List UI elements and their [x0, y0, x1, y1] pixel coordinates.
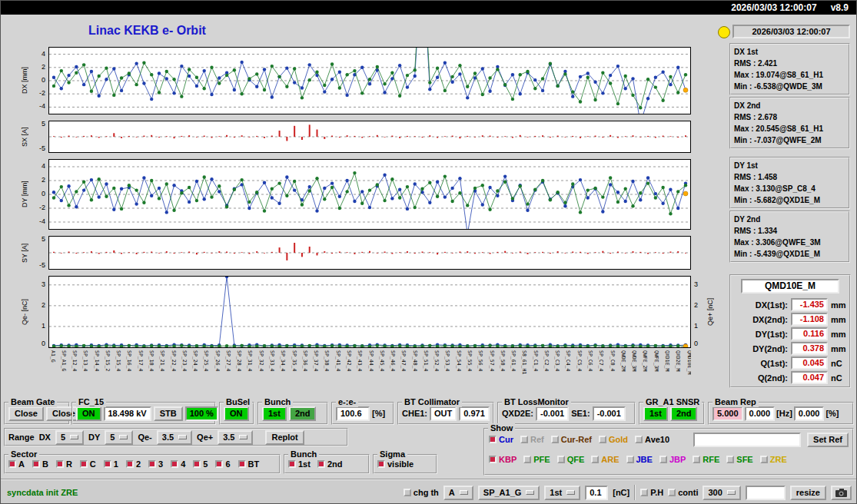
- range-qe-plus-select[interactable]: 3.5: [218, 430, 253, 445]
- show-ave10-checkbox[interactable]: Ave10: [635, 435, 669, 444]
- checkbox-indicator[interactable]: [591, 456, 599, 463]
- camera-button[interactable]: [831, 486, 852, 500]
- option-menu-icon: [566, 490, 575, 495]
- bunch-1st-checkbox[interactable]: 1st: [288, 459, 311, 469]
- sx-axis-label: SX [A]: [19, 121, 30, 153]
- sx-plot[interactable]: [48, 121, 691, 153]
- show-rfe-checkbox[interactable]: RFE: [693, 455, 719, 464]
- interval-select[interactable]: 300: [703, 486, 740, 500]
- checkbox-indicator[interactable]: [489, 436, 497, 443]
- bunch-order-select[interactable]: 1st: [544, 486, 580, 500]
- show-are-checkbox[interactable]: ARE: [591, 455, 619, 464]
- checkbox-indicator[interactable]: [760, 456, 768, 463]
- sector-5-checkbox[interactable]: 5: [193, 459, 208, 469]
- bunch-1st-button[interactable]: 1st: [262, 406, 287, 421]
- show-jbp-checkbox[interactable]: JBP: [659, 455, 686, 464]
- ref-file-input[interactable]: [693, 433, 801, 447]
- checkbox-label: C: [90, 459, 96, 469]
- checkbox-indicator[interactable]: [551, 436, 559, 443]
- checkbox-indicator[interactable]: [288, 460, 296, 468]
- range-dx-select[interactable]: 5: [55, 430, 84, 445]
- busel-on-button[interactable]: ON: [224, 406, 249, 421]
- checkbox-indicator[interactable]: [523, 456, 531, 463]
- show-ref-checkbox[interactable]: Ref: [520, 435, 544, 444]
- element-select[interactable]: SP_A1_G: [478, 486, 540, 500]
- show-kbp-checkbox[interactable]: KBP: [489, 455, 517, 464]
- checkbox-indicator[interactable]: [148, 460, 156, 468]
- checkbox-indicator[interactable]: [626, 456, 634, 463]
- sigma-visible-checkbox[interactable]: visible: [377, 459, 414, 469]
- checkbox-indicator[interactable]: [726, 456, 734, 463]
- checkbox-indicator[interactable]: [635, 436, 643, 443]
- checkbox-indicator[interactable]: [193, 460, 201, 468]
- checkbox-indicator[interactable]: [640, 489, 648, 496]
- show-jbe-checkbox[interactable]: JBE: [626, 455, 653, 464]
- checkbox-indicator[interactable]: [693, 456, 700, 463]
- sector-c-checkbox[interactable]: C: [80, 459, 96, 469]
- show-gold-checkbox[interactable]: Gold: [599, 435, 628, 444]
- conti-checkbox[interactable]: conti: [668, 488, 698, 497]
- dx-plot[interactable]: [48, 47, 691, 114]
- show-pfe-checkbox[interactable]: PFE: [523, 455, 550, 464]
- sector-select[interactable]: A: [443, 486, 473, 500]
- chg-th-checkbox[interactable]: chg th: [404, 488, 439, 497]
- x-axis-label: SP_26_4: [214, 350, 220, 371]
- sector-b-checkbox[interactable]: B: [32, 459, 48, 469]
- range-dy-select[interactable]: 5: [105, 430, 133, 445]
- x-axis-label: SP_21_4: [160, 350, 165, 371]
- show-cur-checkbox[interactable]: Cur: [489, 435, 513, 444]
- resize-button[interactable]: resize: [790, 486, 826, 500]
- gr-a1-2nd-button[interactable]: 2nd: [670, 406, 698, 421]
- fc15-stb-button[interactable]: STB: [154, 406, 183, 421]
- checkbox-indicator[interactable]: [8, 460, 16, 468]
- checkbox-indicator[interactable]: [317, 460, 325, 468]
- checkbox-indicator[interactable]: [32, 460, 40, 468]
- checkbox-indicator[interactable]: [80, 460, 88, 468]
- checkbox-indicator[interactable]: [668, 489, 676, 496]
- aux-input[interactable]: [746, 486, 786, 500]
- sy-plot[interactable]: [48, 236, 691, 270]
- qe-plot[interactable]: [48, 276, 691, 348]
- bunch-2nd-button[interactable]: 2nd: [289, 406, 317, 421]
- checkbox-indicator[interactable]: [557, 456, 565, 463]
- se1-label: SE1:: [571, 409, 590, 418]
- checkbox-indicator[interactable]: [377, 460, 385, 468]
- checkbox-indicator[interactable]: [520, 436, 528, 443]
- gr-a1-1st-button[interactable]: 1st: [643, 406, 668, 421]
- sector-6-checkbox[interactable]: 6: [215, 459, 230, 469]
- checkbox-indicator[interactable]: [404, 489, 411, 496]
- checkbox-indicator[interactable]: [126, 460, 134, 468]
- checkbox-indicator[interactable]: [56, 460, 64, 468]
- checkbox-indicator[interactable]: [599, 436, 606, 443]
- checkbox-indicator[interactable]: [238, 460, 246, 468]
- show-row-1: CurRefCur-RefGoldAve10: [489, 435, 669, 444]
- dy-plot[interactable]: [48, 159, 691, 230]
- checkbox-indicator[interactable]: [489, 456, 497, 463]
- ph-checkbox[interactable]: P.H: [640, 488, 663, 497]
- beam-gate-close-button-1[interactable]: Close: [8, 406, 44, 421]
- set-ref-button[interactable]: Set Ref: [807, 433, 849, 447]
- checkbox-indicator[interactable]: [659, 456, 667, 463]
- checkbox-indicator[interactable]: [215, 460, 223, 468]
- show-zre-checkbox[interactable]: ZRE: [760, 455, 787, 464]
- sector-a-checkbox[interactable]: A: [8, 459, 25, 469]
- show-cur-ref-checkbox[interactable]: Cur-Ref: [551, 435, 592, 444]
- fc15-on-button[interactable]: ON: [76, 406, 101, 421]
- application-window: 2026/03/03 12:00:07 v8.9 Linac KEKB e- O…: [0, 0, 857, 504]
- checkbox-indicator[interactable]: [104, 460, 111, 468]
- range-qe-minus-select[interactable]: 3.5: [157, 430, 192, 445]
- sector-2-checkbox[interactable]: 2: [126, 459, 141, 469]
- checkbox-indicator[interactable]: [171, 460, 178, 468]
- show-sfe-checkbox[interactable]: SFE: [726, 455, 752, 464]
- status-message: syncdata init ZRE: [7, 488, 78, 497]
- sector-bt-checkbox[interactable]: BT: [238, 459, 260, 469]
- sector-3-checkbox[interactable]: 3: [148, 459, 163, 469]
- show-qfe-checkbox[interactable]: QFE: [557, 455, 585, 464]
- sector-4-checkbox[interactable]: 4: [171, 459, 185, 469]
- bunch-2nd-checkbox[interactable]: 2nd: [317, 459, 343, 469]
- threshold-input[interactable]: [585, 486, 608, 500]
- sector-r-checkbox[interactable]: R: [56, 459, 72, 469]
- sector-1-checkbox[interactable]: 1: [104, 459, 118, 469]
- replot-button[interactable]: Replot: [265, 430, 304, 445]
- checkbox-label: PFE: [533, 455, 550, 464]
